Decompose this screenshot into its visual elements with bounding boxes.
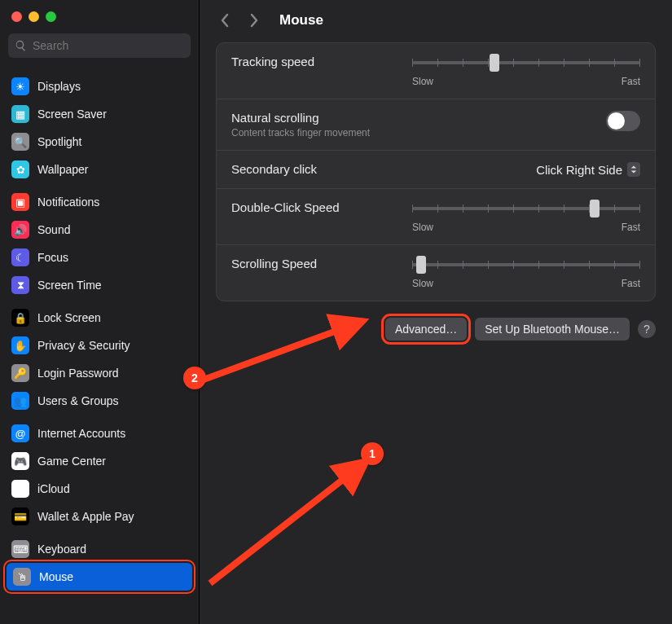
secondary-click-value: Click Right Side — [536, 163, 622, 177]
tracking-speed-slider[interactable] — [412, 55, 640, 71]
sidebar-item-mouse[interactable]: 🖱Mouse — [7, 563, 192, 591]
minimize-icon[interactable] — [29, 11, 39, 22]
sidebar-item-label: Game Center — [37, 455, 106, 468]
sidebar-item-label: Internet Accounts — [37, 427, 125, 440]
sidebar-item-game-center[interactable]: 🎮Game Center — [0, 447, 199, 475]
sidebar-icon: 🎮 — [11, 452, 29, 470]
sidebar-item-label: Keyboard — [37, 543, 86, 556]
scrolling-speed-slider[interactable] — [412, 257, 640, 273]
fast-label: Fast — [621, 76, 640, 87]
natural-scrolling-label: Natural scrolling — [231, 111, 370, 125]
scrolling-speed-row: Scrolling Speed Slow Fast — [217, 245, 655, 301]
natural-scrolling-toggle[interactable] — [606, 111, 640, 131]
secondary-click-label: Secondary click — [231, 162, 317, 176]
sidebar: ☀Displays▦Screen Saver🔍Spotlight✿Wallpap… — [0, 0, 200, 624]
sidebar-icon: 🖱 — [13, 568, 31, 586]
sidebar-item-label: Notifications — [37, 196, 99, 209]
sidebar-item-label: Focus — [37, 251, 68, 264]
sidebar-icon: ☁ — [11, 480, 29, 498]
sidebar-icon: ▦ — [11, 105, 29, 123]
sidebar-item-lock-screen[interactable]: 🔒Lock Screen — [0, 304, 199, 332]
search-icon — [15, 40, 27, 52]
main-content: Mouse Tracking speed Slow Fast — [200, 0, 672, 624]
sidebar-item-focus[interactable]: ☾Focus — [0, 244, 199, 271]
sidebar-item-label: iCloud — [37, 482, 70, 495]
advanced-button[interactable]: Advanced… — [385, 318, 467, 341]
secondary-click-select[interactable]: Click Right Side — [536, 162, 640, 177]
sidebar-item-label: Login Password — [37, 367, 119, 380]
sidebar-item-privacy-security[interactable]: ✋Privacy & Security — [0, 332, 199, 359]
sidebar-icon: ☀ — [11, 77, 29, 95]
settings-panel: Tracking speed Slow Fast Natural scrolli… — [216, 42, 656, 301]
sidebar-item-screen-time[interactable]: ⧗Screen Time — [0, 271, 199, 299]
sidebar-icon: ☾ — [11, 248, 29, 266]
sidebar-icon: 🔒 — [11, 309, 29, 327]
sidebar-item-wallet-apple-pay[interactable]: 💳Wallet & Apple Pay — [0, 503, 199, 530]
close-icon[interactable] — [11, 11, 22, 22]
slow-label: Slow — [412, 278, 433, 289]
sidebar-item-label: Screen Saver — [37, 108, 107, 121]
sidebar-item-label: Privacy & Security — [37, 339, 130, 352]
annotation-badge-2: 2 — [183, 367, 206, 389]
sidebar-item-sound[interactable]: 🔊Sound — [0, 216, 199, 244]
sidebar-icon: 🔊 — [11, 221, 29, 239]
sidebar-icon: 🔍 — [11, 133, 29, 151]
tracking-speed-row: Tracking speed Slow Fast — [217, 43, 655, 99]
sidebar-item-label: Sound — [37, 223, 70, 236]
sidebar-item-screen-saver[interactable]: ▦Screen Saver — [0, 100, 199, 128]
sidebar-item-keyboard[interactable]: ⌨Keyboard — [0, 535, 199, 563]
sidebar-icon: @ — [11, 424, 29, 442]
sidebar-icon: ✿ — [11, 160, 29, 178]
sidebar-icon: 🔑 — [11, 364, 29, 382]
double-click-row: Double-Click Speed Slow Fast — [217, 189, 655, 245]
sidebar-item-spotlight[interactable]: 🔍Spotlight — [0, 128, 199, 156]
natural-scrolling-sub: Content tracks finger movement — [231, 127, 370, 138]
sidebar-item-label: Wallet & Apple Pay — [37, 510, 134, 523]
slow-label: Slow — [412, 222, 433, 233]
sidebar-item-internet-accounts[interactable]: @Internet Accounts — [0, 420, 199, 447]
search-input[interactable] — [8, 33, 191, 58]
sidebar-item-label: Screen Time — [37, 279, 102, 292]
help-button[interactable]: ? — [638, 320, 656, 338]
back-button[interactable] — [216, 11, 234, 29]
sidebar-item-notifications[interactable]: ▣Notifications — [0, 188, 199, 216]
scrolling-speed-label: Scrolling Speed — [231, 257, 317, 270]
sidebar-item-displays[interactable]: ☀Displays — [0, 73, 199, 100]
traffic-lights — [0, 0, 199, 30]
slow-label: Slow — [412, 76, 433, 87]
forward-button[interactable] — [245, 11, 263, 29]
sidebar-item-label: Mouse — [39, 570, 73, 583]
sidebar-icon: 💳 — [11, 508, 29, 525]
natural-scrolling-row: Natural scrolling Content tracks finger … — [217, 99, 655, 151]
maximize-icon[interactable] — [46, 11, 56, 22]
sidebar-item-label: Spotlight — [37, 135, 81, 148]
sidebar-item-wallpaper[interactable]: ✿Wallpaper — [0, 156, 199, 183]
double-click-label: Double-Click Speed — [231, 200, 340, 214]
sidebar-item-label: Displays — [37, 80, 81, 93]
chevron-updown-icon — [627, 162, 640, 177]
secondary-click-row: Secondary click Click Right Side — [217, 151, 655, 189]
sidebar-item-label: Users & Groups — [37, 394, 119, 407]
sidebar-item-users-groups[interactable]: 👥Users & Groups — [0, 387, 199, 415]
double-click-slider[interactable] — [412, 200, 640, 217]
sidebar-icon: ▣ — [11, 193, 29, 211]
annotation-badge-1: 1 — [361, 442, 384, 465]
bluetooth-button[interactable]: Set Up Bluetooth Mouse… — [475, 318, 630, 341]
sidebar-item-label: Wallpaper — [37, 163, 89, 176]
sidebar-icon: ⧗ — [11, 276, 29, 294]
sidebar-icon: 👥 — [11, 392, 29, 410]
page-title: Mouse — [279, 12, 323, 29]
sidebar-item-login-password[interactable]: 🔑Login Password — [0, 359, 199, 387]
footer-actions: Advanced… Set Up Bluetooth Mouse… ? — [200, 301, 672, 341]
tracking-speed-label: Tracking speed — [231, 55, 314, 68]
sidebar-icon: ⌨ — [11, 540, 29, 558]
fast-label: Fast — [621, 222, 640, 233]
fast-label: Fast — [621, 278, 640, 289]
header: Mouse — [200, 0, 672, 42]
sidebar-item-icloud[interactable]: ☁iCloud — [0, 475, 199, 503]
sidebar-item-label: Lock Screen — [37, 311, 101, 324]
sidebar-icon: ✋ — [11, 336, 29, 354]
